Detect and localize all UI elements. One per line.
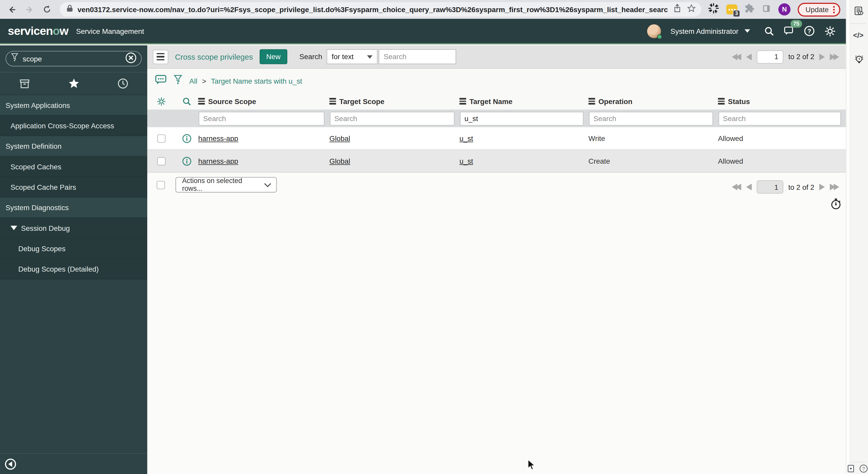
bookmark-star-icon[interactable] (687, 4, 696, 15)
row-checkbox[interactable] (157, 134, 165, 142)
filter-input-source-scope[interactable] (199, 111, 324, 126)
table-row: harness-appGlobalu_stWriteAllowed (147, 127, 846, 150)
forward-icon[interactable] (24, 4, 34, 14)
reload-icon[interactable] (42, 4, 52, 14)
filter-input-status[interactable] (718, 111, 841, 126)
navigator-tabs (0, 72, 147, 95)
sidebar-item-system-applications[interactable]: System Applications (0, 95, 147, 116)
connect-chat-icon[interactable]: 75 (784, 26, 795, 36)
filter-input-target-name[interactable] (460, 111, 584, 126)
scrollbar-track[interactable] (846, 0, 850, 474)
back-icon[interactable] (7, 4, 17, 14)
next-page-icon[interactable] (819, 54, 825, 60)
column-header-target-name[interactable]: Target Name (460, 97, 588, 105)
dock-icon[interactable] (847, 465, 854, 474)
user-avatar[interactable] (647, 24, 661, 38)
hints-icon[interactable] (854, 54, 865, 69)
cell-link-target-scope[interactable]: Global (330, 134, 350, 142)
cell-link-target-scope[interactable]: Global (330, 157, 350, 165)
expand-caret-icon[interactable] (10, 226, 17, 230)
column-search-icon[interactable] (175, 97, 198, 106)
column-menu-icon[interactable] (198, 98, 205, 105)
lock-icon[interactable] (66, 4, 73, 14)
side-panel-icon[interactable] (762, 4, 771, 15)
list-settings-gear-icon[interactable] (147, 97, 175, 106)
sidebar-item-system-definition[interactable]: System Definition (0, 136, 147, 157)
chat-extension-icon[interactable]: 3 (726, 4, 738, 14)
list-title-link[interactable]: Cross scope privileges (175, 53, 253, 61)
prev-page-icon[interactable] (746, 54, 752, 60)
info-icon[interactable] (175, 156, 198, 166)
share-icon[interactable] (673, 4, 681, 15)
sidebar-item-system-diagnostics[interactable]: System Diagnostics (0, 198, 147, 218)
user-caret-icon[interactable] (745, 29, 750, 33)
cell-link-target-name[interactable]: u_st (460, 134, 473, 142)
page-number-input[interactable] (757, 50, 783, 63)
sidebar-item-debug-scopes-detailed[interactable]: Debug Scopes (Detailed) (0, 259, 147, 279)
info-icon[interactable] (175, 134, 198, 143)
column-label: Target Name (469, 97, 513, 105)
column-header-operation[interactable]: Operation (588, 97, 718, 105)
update-button[interactable]: Update (798, 3, 840, 16)
list-footer: Actions on selected rows... to 2 of 2 (147, 177, 846, 194)
global-search-icon[interactable] (764, 26, 774, 36)
sidebar-item-scoped-cache-pairs[interactable]: Scoped Cache Pairs (0, 177, 147, 198)
timer-icon[interactable] (830, 198, 841, 212)
help-icon[interactable]: ? (804, 26, 815, 37)
column-menu-icon[interactable] (330, 98, 336, 105)
cell-link-source-scope[interactable]: harness-app (198, 157, 238, 165)
new-button[interactable]: New (259, 49, 287, 64)
last-page-icon[interactable] (830, 54, 839, 60)
prev-page-icon[interactable] (746, 183, 752, 190)
collapse-sidebar-button[interactable] (5, 459, 16, 470)
reading-list-icon[interactable] (854, 6, 864, 19)
filter-input-target-scope[interactable] (330, 111, 455, 126)
page-number-input[interactable] (757, 180, 783, 194)
breadcrumb-funnel-icon[interactable] (174, 75, 182, 87)
search-type-select[interactable]: for text (327, 49, 377, 64)
column-header-source-scope[interactable]: Source Scope (198, 97, 330, 105)
extensions-puzzle-icon[interactable] (745, 3, 754, 15)
list-search-input[interactable] (379, 49, 456, 64)
clear-icon[interactable] (125, 52, 137, 66)
sidebar-item-application-cross-scope-access[interactable]: Application Cross-Scope Access (0, 116, 147, 136)
extension-badge: 3 (733, 10, 740, 17)
cell-link-source-scope[interactable]: harness-app (198, 134, 238, 142)
code-panel-icon[interactable]: </> (853, 31, 863, 39)
sidebar-item-label: Application Cross-Scope Access (10, 121, 114, 130)
column-header-target-scope[interactable]: Target Scope (330, 97, 460, 105)
navigator-filter-input[interactable]: scope (5, 51, 142, 66)
list-menu-button[interactable] (153, 49, 168, 64)
url-text[interactable]: ven03172.service-now.com/nav_to.do?uri=%… (78, 5, 668, 13)
column-menu-icon[interactable] (460, 98, 466, 105)
sidebar-item-session-debug[interactable]: Session Debug (0, 218, 147, 238)
sidebar-item-debug-scopes[interactable]: Debug Scopes (0, 239, 147, 259)
strip-help-icon[interactable]: ? (859, 464, 868, 474)
url-bar[interactable]: ven03172.service-now.com/nav_to.do?uri=%… (60, 2, 702, 17)
list-filter-row (147, 109, 846, 127)
browser-menu-icon[interactable] (833, 6, 835, 13)
row-checkbox[interactable] (157, 157, 165, 165)
column-menu-icon[interactable] (718, 98, 724, 105)
filter-input-operation[interactable] (589, 111, 713, 126)
column-header-status[interactable]: Status (718, 97, 846, 105)
first-page-icon[interactable] (732, 183, 741, 190)
select-all-checkbox[interactable] (157, 181, 165, 189)
breadcrumb-all-link[interactable]: All (189, 77, 197, 85)
settings-gear-icon[interactable] (824, 25, 836, 37)
actions-select[interactable]: Actions on selected rows... (176, 177, 277, 193)
breadcrumb-filter-link[interactable]: Target Name starts with u_st (211, 77, 302, 85)
user-menu[interactable]: System Administrator (671, 27, 738, 35)
last-page-icon[interactable] (830, 183, 839, 190)
comments-icon[interactable] (155, 74, 167, 87)
profile-avatar[interactable]: N (778, 3, 790, 15)
all-applications-tab[interactable] (0, 72, 49, 95)
column-menu-icon[interactable] (588, 98, 595, 105)
servicenow-logo[interactable]: servicenow (8, 24, 68, 37)
favorites-tab[interactable] (49, 72, 98, 95)
next-page-icon[interactable] (819, 183, 825, 190)
cell-link-target-name[interactable]: u_st (460, 157, 473, 165)
first-page-icon[interactable] (732, 54, 741, 60)
sidebar-item-scoped-caches[interactable]: Scoped Caches (0, 157, 147, 177)
history-tab[interactable] (98, 72, 147, 95)
